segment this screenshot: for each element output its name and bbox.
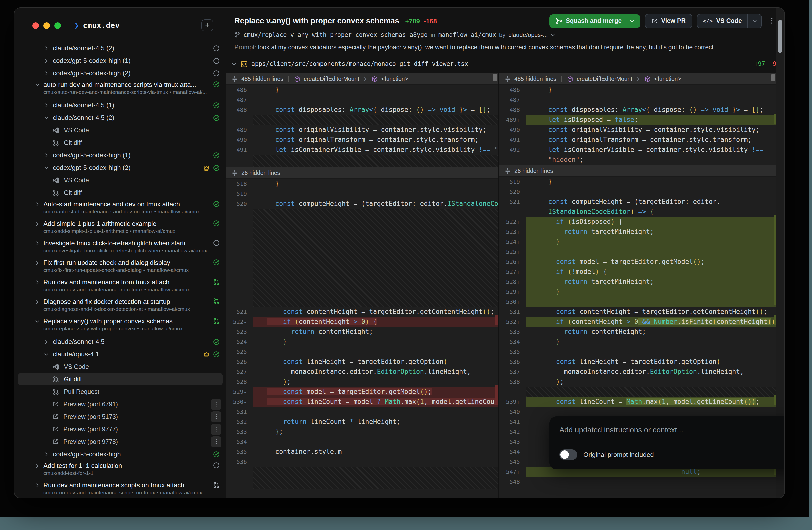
sidebar-branch-item[interactable]: codex/gpt-5-codex-high (2) xyxy=(14,67,227,80)
sidebar-branch-item[interactable]: claude/opus-4.1 xyxy=(14,348,227,360)
preview-menu-button[interactable] xyxy=(211,399,221,410)
code-line[interactable]: 535 container.style.m xyxy=(227,447,498,457)
code-line[interactable]: 531 xyxy=(227,407,498,417)
chevron-right-icon[interactable] xyxy=(34,221,41,227)
chevron-right-icon[interactable] xyxy=(34,483,41,488)
code-line[interactable]: 536 xyxy=(227,457,498,467)
sidebar-action-git-diff[interactable]: Git diff xyxy=(18,373,223,386)
instructions-input[interactable]: Add updated instructions or context... xyxy=(560,426,785,434)
sidebar-action-git-diff[interactable]: Git diff xyxy=(14,186,227,199)
code-line[interactable]: 486 } xyxy=(227,85,498,95)
code-line[interactable]: 527 monacoInstance.editor.EditorOption.l… xyxy=(227,367,498,377)
code-line[interactable]: 519 } xyxy=(499,177,777,187)
diff-pane-original[interactable]: 485 hidden lines|createDiffEditorMount<f… xyxy=(227,73,498,498)
code-line[interactable]: 490 const originalTransform = container.… xyxy=(227,135,498,145)
sidebar-branch-item[interactable]: codex/gpt-5-codex-high (2) xyxy=(14,161,227,174)
code-line[interactable]: 536 const lineHeight = targetEditor.getO… xyxy=(499,357,777,367)
code-line[interactable]: 522- if (contentHeight > 0) { xyxy=(227,317,498,327)
code-line[interactable]: 488 const disposables: Array<{ dispose: … xyxy=(227,105,498,115)
code-line[interactable]: 530- const lineCount = model ? Math.max(… xyxy=(227,397,498,407)
code-line[interactable]: 491 const originalTransform = container.… xyxy=(499,135,777,145)
chevron-right-icon[interactable] xyxy=(34,463,41,469)
code-line[interactable]: 529+ } xyxy=(499,287,777,297)
code-line[interactable]: 528+ return targetMinHeight; xyxy=(499,277,777,287)
chevron-right-icon[interactable] xyxy=(44,103,49,108)
code-line[interactable]: 532+ if (contentHeight > 0 && Number.isF… xyxy=(499,317,777,327)
sidebar-action-vs-code[interactable]: VS Code xyxy=(14,174,227,186)
hidden-lines-expander[interactable]: 26 hidden lines xyxy=(499,165,777,177)
sidebar-task-item[interactable]: Fix first-run update check and dialog di… xyxy=(14,258,227,277)
preview-menu-button[interactable] xyxy=(211,436,221,447)
code-line[interactable]: 490 const originalVisibility = container… xyxy=(499,125,777,135)
code-line[interactable]: 526+ const model = targetEditor.getModel… xyxy=(499,257,777,267)
symbol-breadcrumb[interactable]: <function> xyxy=(654,76,681,82)
file-row[interactable]: apps/client/src/components/monaco/monaco… xyxy=(227,58,784,70)
sidebar-task-item[interactable]: Add test for 1+1 calculationcmux/add-tes… xyxy=(14,460,227,480)
window-scrollbar-thumb[interactable] xyxy=(778,20,783,53)
chevron-right-icon[interactable] xyxy=(34,300,41,304)
sidebar-action-preview-port-5173-[interactable]: Preview (port 5173) xyxy=(14,411,227,423)
code-line[interactable]: 532 return lineCount * lineHeight; xyxy=(227,417,498,427)
code-line[interactable]: 486 } xyxy=(499,85,777,95)
code-line[interactable]: 534 } xyxy=(499,337,777,347)
chevron-right-icon[interactable] xyxy=(44,58,49,63)
code-line[interactable]: 521 const computeHeight = (targetEditor:… xyxy=(499,197,777,207)
sidebar-task-item[interactable]: Auto-start maintenance and dev on tmux a… xyxy=(14,199,227,218)
sidebar-branch-item[interactable]: claude/sonnet-4.5 (2) xyxy=(14,112,227,124)
zoom-window-button[interactable] xyxy=(55,22,61,29)
sidebar-task-item[interactable]: Replace v.any() with proper convex schem… xyxy=(14,316,227,335)
collapse-chevron-icon[interactable] xyxy=(232,61,237,67)
code-line[interactable]: 520 const computeHeight = (targetEditor:… xyxy=(227,199,498,209)
sidebar-branch-item[interactable]: codex/gpt-5-codex-high (1) xyxy=(14,55,227,67)
close-window-button[interactable] xyxy=(32,22,39,29)
code-line[interactable]: 535 xyxy=(499,347,777,357)
hidden-lines-expander[interactable]: 485 hidden lines|createDiffEditorMount<f… xyxy=(499,73,777,85)
chevron-right-icon[interactable] xyxy=(34,260,41,266)
code-line[interactable]: 531 const contentHeight = targetEditor.g… xyxy=(499,307,777,317)
repo-name[interactable]: manaflow-ai/cmux xyxy=(438,31,496,39)
code-line[interactable]: 518 } xyxy=(227,179,498,189)
code-line[interactable]: 527+ if (!model) { xyxy=(499,267,777,277)
sidebar-action-vs-code[interactable]: VS Code xyxy=(14,124,227,137)
code-line[interactable]: 491 let isContainerVisible = container.s… xyxy=(227,145,498,155)
chevron-right-icon[interactable] xyxy=(44,452,49,457)
code-line[interactable]: 525 xyxy=(227,347,498,357)
code-line[interactable]: 487 xyxy=(499,95,777,105)
code-line[interactable]: 526 const lineHeight = targetEditor.getO… xyxy=(227,357,498,367)
new-task-button[interactable]: + xyxy=(202,19,214,31)
hidden-lines-expander[interactable]: 26 hidden lines xyxy=(227,167,498,179)
sidebar-action-preview-port-9778-[interactable]: Preview (port 9778) xyxy=(14,435,227,448)
chevron-down-icon[interactable] xyxy=(44,115,49,120)
chevron-right-icon[interactable] xyxy=(44,153,49,158)
sidebar-task-item[interactable]: Diagnose and fix docker detection at sta… xyxy=(14,297,227,316)
code-line[interactable]: 538 ); xyxy=(499,377,777,387)
sidebar-task-item[interactable]: auto-run dev and maintenance scripts via… xyxy=(14,80,227,99)
pane-scrollbar-thumb[interactable] xyxy=(493,74,497,82)
code-line[interactable]: 524 } xyxy=(227,337,498,347)
vscode-options-chevron-icon[interactable] xyxy=(748,14,762,28)
code-line[interactable]: 523+ return targetMinHeight; xyxy=(499,227,777,237)
symbol-breadcrumb[interactable]: <function> xyxy=(381,76,408,82)
code-line[interactable]: 533 }; xyxy=(227,427,498,437)
code-line[interactable]: 539+ const lineCount = Math.max(1, model… xyxy=(499,397,777,407)
preview-menu-button[interactable] xyxy=(211,411,221,422)
code-line[interactable]: 521 const contentHeight = targetEditor.g… xyxy=(227,307,498,317)
agent-selector[interactable]: claude/opus-... xyxy=(508,31,555,39)
chevron-down-icon[interactable] xyxy=(44,165,49,170)
branch-name[interactable]: cmux/replace-v-any-with-proper-convex-sc… xyxy=(244,31,428,39)
sidebar-action-preview-port-6791-[interactable]: Preview (port 6791) xyxy=(14,398,227,411)
minimize-window-button[interactable] xyxy=(44,22,50,29)
code-line[interactable]: 519 xyxy=(227,189,498,199)
code-line[interactable]: 489+ let isDisposed = false; xyxy=(499,115,777,125)
code-line[interactable]: 523 return contentHeight; xyxy=(227,327,498,337)
chevron-right-icon[interactable] xyxy=(34,202,41,207)
sidebar-task-item[interactable]: Add simple 1 plus 1 arithmetic examplecm… xyxy=(14,218,227,238)
code-line[interactable]: 524+ } xyxy=(499,237,777,247)
symbol-breadcrumb[interactable]: createDiffEditorMount xyxy=(304,76,360,82)
hidden-lines-expander[interactable]: 485 hidden lines|createDiffEditorMount<f… xyxy=(227,73,498,85)
sidebar-action-vs-code[interactable]: VS Code xyxy=(14,360,227,373)
open-vscode-button[interactable]: </> VS Code xyxy=(697,14,762,28)
code-line[interactable]: 488 const disposables: Array<{ dispose: … xyxy=(499,105,777,115)
chevron-down-icon[interactable] xyxy=(34,83,41,87)
code-line[interactable]: 528 ); xyxy=(227,377,498,387)
